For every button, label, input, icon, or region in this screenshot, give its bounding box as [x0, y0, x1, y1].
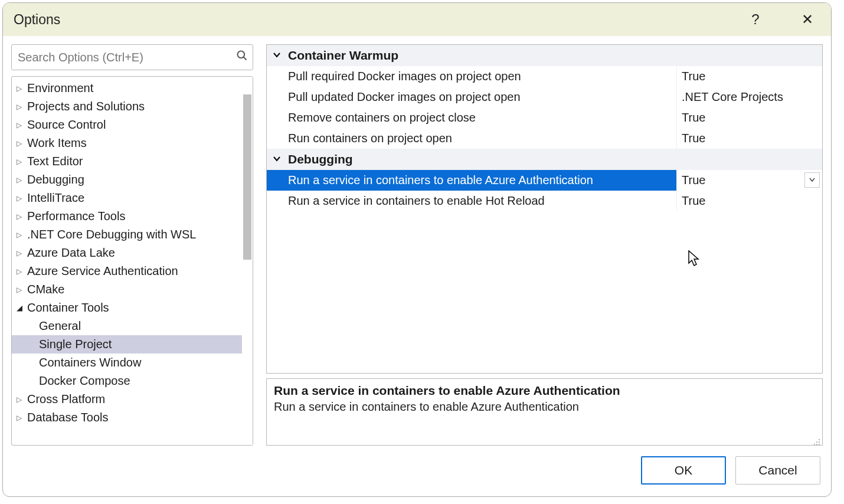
tree-item[interactable]: General: [12, 317, 253, 335]
svg-point-5: [814, 444, 815, 445]
tree-item[interactable]: ▷Text Editor: [12, 152, 253, 171]
tree-item-label: Azure Data Lake: [27, 246, 115, 260]
property-category[interactable]: Container Warmup: [267, 45, 822, 66]
property-label: Run a service in containers to enable Az…: [267, 170, 677, 191]
tree-item[interactable]: ▷Performance Tools: [12, 207, 253, 225]
close-button[interactable]: ✕: [794, 6, 820, 32]
tree-item[interactable]: ▷Azure Service Authentication: [12, 262, 253, 280]
property-grid: Container WarmupPull required Docker ima…: [266, 44, 823, 374]
chevron-right-icon: ▷: [17, 286, 27, 294]
tree-item-label: Performance Tools: [27, 210, 125, 223]
tree-item-label: Debugging: [27, 173, 84, 186]
tree-item[interactable]: ▷Work Items: [12, 134, 253, 152]
scrollbar-thumb[interactable]: [243, 94, 251, 260]
tree-item[interactable]: ▷Source Control: [12, 116, 253, 134]
tree-item[interactable]: ▷.NET Core Debugging with WSL: [12, 225, 253, 244]
tree-item[interactable]: ▷IntelliTrace: [12, 189, 253, 207]
tree-scrollbar[interactable]: [242, 77, 253, 445]
tree-item-label: Text Editor: [27, 155, 83, 168]
cancel-button[interactable]: Cancel: [735, 456, 820, 485]
svg-point-2: [819, 439, 820, 440]
tree-item[interactable]: ▷Environment: [12, 79, 253, 97]
tree-item-label: Database Tools: [27, 411, 109, 424]
tree-item-label: Environment: [27, 81, 93, 95]
tree-item-label: Container Tools: [27, 301, 109, 315]
property-value[interactable]: True: [677, 170, 822, 191]
svg-point-3: [816, 441, 817, 443]
dialog-footer: OK Cancel: [3, 448, 831, 496]
ok-button[interactable]: OK: [641, 456, 726, 485]
svg-point-7: [819, 444, 820, 445]
chevron-right-icon: ▷: [17, 194, 27, 202]
property-row[interactable]: Pull updated Docker images on project op…: [267, 87, 822, 107]
cancel-label: Cancel: [758, 463, 797, 477]
tree-item[interactable]: ▷Cross Platform: [12, 390, 253, 408]
property-row[interactable]: Run a service in containers to enable Az…: [267, 170, 822, 191]
svg-point-6: [816, 444, 817, 445]
tree-item[interactable]: Single Project: [12, 335, 253, 354]
chevron-right-icon: ▷: [17, 121, 27, 129]
tree-item-label: General: [39, 319, 81, 333]
tree-item-label: CMake: [27, 283, 64, 296]
resize-grip-icon[interactable]: [813, 436, 821, 444]
titlebar: Options ? ✕: [3, 3, 831, 36]
tree-item[interactable]: ▷Database Tools: [12, 408, 253, 427]
property-value[interactable]: True: [677, 66, 822, 87]
category-label: Debugging: [288, 152, 353, 166]
property-label: Pull required Docker images on project o…: [267, 66, 677, 87]
chevron-right-icon: ▷: [17, 84, 27, 93]
tree-item[interactable]: ▷CMake: [12, 280, 253, 299]
help-icon: ?: [751, 11, 759, 28]
description-text: Run a service in containers to enable Az…: [274, 400, 815, 414]
category-label: Container Warmup: [288, 48, 398, 63]
tree-item-label: Azure Service Authentication: [27, 264, 178, 278]
tree-item-label: Work Items: [27, 136, 87, 150]
help-button[interactable]: ?: [742, 6, 768, 32]
tree-item-label: Single Project: [39, 338, 112, 351]
search-icon[interactable]: [236, 50, 248, 65]
tree-item[interactable]: Docker Compose: [12, 372, 253, 390]
chevron-down-icon: ◢: [17, 303, 27, 312]
right-pane: Container WarmupPull required Docker ima…: [266, 44, 823, 446]
close-icon: ✕: [802, 11, 813, 28]
description-title: Run a service in containers to enable Az…: [274, 384, 815, 398]
chevron-right-icon: ▷: [17, 212, 27, 221]
search-box[interactable]: [11, 44, 253, 70]
property-category[interactable]: Debugging: [267, 149, 822, 170]
chevron-right-icon: ▷: [17, 231, 27, 239]
search-input[interactable]: [18, 51, 236, 64]
chevron-right-icon: ▷: [17, 395, 27, 404]
chevron-down-icon: [273, 155, 282, 165]
property-row[interactable]: Run containers on project openTrue: [267, 128, 822, 149]
property-row[interactable]: Run a service in containers to enable Ho…: [267, 191, 822, 211]
left-pane: ▷Environment▷Projects and Solutions▷Sour…: [11, 44, 253, 446]
property-row[interactable]: Pull required Docker images on project o…: [267, 66, 822, 87]
property-value[interactable]: .NET Core Projects: [677, 87, 822, 107]
property-value-text: True: [682, 70, 705, 83]
property-label: Run containers on project open: [267, 128, 677, 149]
property-value-text: True: [682, 132, 705, 145]
tree-item[interactable]: Containers Window: [12, 354, 253, 372]
tree-item-label: Projects and Solutions: [27, 100, 145, 113]
property-value[interactable]: True: [677, 191, 822, 211]
property-row[interactable]: Remove containers on project closeTrue: [267, 107, 822, 128]
svg-line-1: [244, 57, 247, 60]
tree-item[interactable]: ▷Projects and Solutions: [12, 97, 253, 116]
property-value-text: .NET Core Projects: [682, 90, 783, 104]
tree-item[interactable]: ◢Container Tools: [12, 299, 253, 317]
svg-point-4: [819, 441, 820, 443]
chevron-right-icon: ▷: [17, 414, 27, 422]
chevron-right-icon: ▷: [17, 103, 27, 111]
property-value[interactable]: True: [677, 107, 822, 128]
tree-item-label: Containers Window: [39, 356, 141, 369]
window-title: Options: [14, 12, 737, 28]
dropdown-button[interactable]: [804, 172, 820, 188]
tree-item[interactable]: ▷Azure Data Lake: [12, 244, 253, 262]
property-value[interactable]: True: [677, 128, 822, 149]
property-label: Run a service in containers to enable Ho…: [267, 191, 677, 211]
tree-item-label: .NET Core Debugging with WSL: [27, 228, 196, 241]
chevron-down-icon: [273, 51, 282, 61]
tree-item-label: Source Control: [27, 118, 106, 132]
chevron-right-icon: ▷: [17, 139, 27, 148]
tree-item[interactable]: ▷Debugging: [12, 171, 253, 189]
